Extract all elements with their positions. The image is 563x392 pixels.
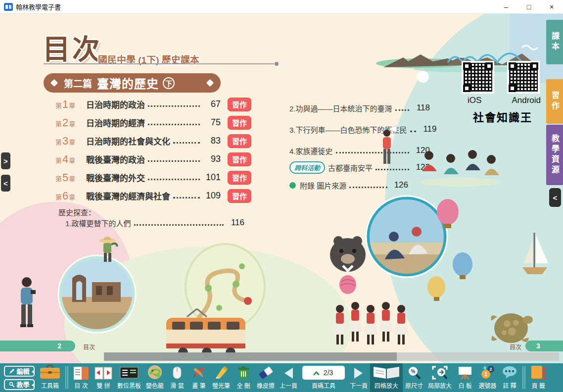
quad-zoom-button[interactable]: 四格放大 bbox=[370, 363, 403, 392]
book-page: 目次 國民中學 (1下) 歷史課本 第二篇 臺灣的歷史 下 第1章 日治時期的政… bbox=[0, 14, 563, 363]
edge-prev-button[interactable]: < bbox=[1, 175, 10, 192]
eraser-button[interactable]: 橡皮擦 bbox=[254, 363, 277, 392]
toc-chapter-row[interactable]: 第1章 日治時期的政治 67 習作 bbox=[55, 95, 251, 113]
pencil-icon bbox=[9, 368, 15, 374]
workbook-badge[interactable]: 習作 bbox=[228, 189, 251, 202]
original-size-button[interactable]: % 原尺寸 bbox=[403, 363, 425, 392]
dotted-leader bbox=[173, 197, 200, 198]
chapter-page-number: 109 bbox=[203, 191, 221, 201]
edge-next-button[interactable]: > bbox=[1, 152, 10, 169]
toc-item-row[interactable]: 2.功與過——日本統治下的臺灣 118 bbox=[289, 101, 430, 114]
chapter-page-number: 101 bbox=[203, 172, 221, 183]
scrollbar-thumb[interactable] bbox=[104, 352, 397, 361]
svg-text:3: 3 bbox=[484, 366, 486, 370]
numbered-balls-icon: 321 bbox=[479, 365, 495, 380]
explore-item-label: 1.政權更替下的人們 bbox=[65, 218, 131, 228]
page-number-pill-right: 3 bbox=[525, 341, 563, 351]
delete-all-button[interactable]: 全 刪 bbox=[233, 363, 254, 392]
maximize-button[interactable]: □ bbox=[517, 0, 540, 13]
chapter-number: 第1章 bbox=[55, 98, 83, 111]
tab-workbook[interactable]: 習作 bbox=[546, 79, 563, 124]
zoom-region-icon bbox=[432, 365, 448, 380]
percent-magnifier-icon: % bbox=[407, 365, 421, 380]
whiteboard-button[interactable]: 白 板 bbox=[454, 363, 476, 392]
bullet-icon bbox=[289, 182, 296, 189]
trash-icon bbox=[237, 365, 249, 380]
workbook-badge[interactable]: 習作 bbox=[228, 152, 251, 166]
toc-item-row[interactable]: 4.家族遷徙史 120 bbox=[289, 144, 430, 157]
toc-item-label: 3.下行列車——白色恐怖下的原住民 bbox=[289, 124, 407, 135]
edit-mode-button[interactable]: 編輯 bbox=[4, 366, 35, 377]
page-indicator-value: 2/3 bbox=[324, 369, 333, 377]
title-divider bbox=[44, 63, 274, 64]
page-footer-label-right: 目次 bbox=[510, 343, 521, 351]
highlighter-button[interactable]: 螢光筆 bbox=[210, 363, 233, 392]
toc-chapter-row[interactable]: 第5章 戰後臺灣的外交 101 習作 bbox=[55, 168, 251, 187]
partial-zoom-button[interactable]: 局部放大 bbox=[425, 363, 454, 392]
sailboat-illustration bbox=[519, 231, 550, 280]
close-button[interactable]: × bbox=[540, 0, 563, 13]
horizontal-scrollbar[interactable] bbox=[104, 352, 559, 361]
hot-air-balloons-illustration bbox=[425, 198, 480, 317]
toc-chapter-row[interactable]: 第2章 日治時期的經濟 75 習作 bbox=[55, 113, 251, 132]
farmer-illustration bbox=[95, 236, 120, 265]
window-controls: – □ × bbox=[495, 0, 563, 13]
folk-dancers-illustration bbox=[332, 301, 409, 358]
pen-button[interactable]: 畫 筆 bbox=[188, 363, 210, 392]
chapter-page-number: 93 bbox=[203, 154, 221, 164]
mouse-button[interactable]: 滑 鼠 bbox=[166, 363, 188, 392]
minimize-button[interactable]: – bbox=[495, 0, 517, 13]
qr-android-label: Android bbox=[512, 96, 541, 105]
section-part: 第二篇 bbox=[64, 76, 92, 90]
number-picker-button[interactable]: 321 選號器 bbox=[476, 363, 499, 392]
chapter-number: 第4章 bbox=[55, 153, 83, 166]
toc-item-page: 118 bbox=[412, 103, 430, 113]
toc-item-page: 119 bbox=[419, 124, 437, 134]
toc-button[interactable]: 目 次 bbox=[70, 363, 92, 392]
bookmark-button[interactable]: 頁 籤 bbox=[527, 363, 549, 392]
tab-textbook[interactable]: 課本 bbox=[546, 20, 563, 64]
toc-cross-activity-row[interactable]: 跨科活動 古都臺南安平 122 bbox=[289, 161, 430, 174]
dual-page-button[interactable]: 雙 拼 bbox=[92, 363, 115, 392]
next-page-button[interactable]: 下一頁 bbox=[347, 363, 370, 392]
toc-icon bbox=[73, 365, 90, 380]
dotted-leader bbox=[349, 187, 387, 188]
sitting-people-illustration bbox=[418, 142, 502, 191]
toc-appendix-row[interactable]: 附錄 圖片來源 126 bbox=[289, 179, 408, 192]
volume-badge: 下 bbox=[163, 77, 175, 89]
cross-activity-page: 122 bbox=[412, 162, 430, 172]
workbook-badge[interactable]: 習作 bbox=[228, 98, 251, 111]
chapter-title: 日治時期的政治 bbox=[86, 98, 145, 110]
page-number-tool[interactable]: 2/3 頁碼工具 bbox=[300, 363, 347, 392]
toc-explore-row[interactable]: 1.政權更替下的人們 116 bbox=[65, 217, 244, 229]
sidebar-collapse-button[interactable]: < bbox=[549, 188, 561, 207]
pen-icon bbox=[191, 365, 206, 380]
chapter-title: 戰後臺灣的經濟與社會 bbox=[86, 190, 170, 202]
teach-mode-button[interactable]: 教學 bbox=[4, 379, 35, 390]
diamond-icon bbox=[206, 79, 214, 87]
workbook-badge[interactable]: 習作 bbox=[228, 116, 251, 129]
mouse-icon bbox=[172, 365, 182, 380]
old-map-illustration bbox=[185, 243, 266, 331]
toc-chapter-row[interactable]: 第6章 戰後臺灣的經濟與社會 109 習作 bbox=[55, 187, 251, 205]
chameleon-button[interactable]: 變色龍 bbox=[143, 363, 166, 392]
toc-item-row[interactable]: 3.下行列車——白色恐怖下的原住民 119 bbox=[289, 123, 430, 136]
toolbox-button[interactable]: 工具箱 bbox=[37, 363, 63, 392]
dotted-leader bbox=[148, 160, 200, 162]
page-indicator-box[interactable]: 2/3 bbox=[302, 366, 345, 380]
workbook-badge[interactable]: 習作 bbox=[228, 171, 251, 184]
map-green-land-decoration bbox=[64, 246, 351, 363]
dotted-leader bbox=[336, 152, 409, 153]
annotation-button[interactable]: 註 釋 bbox=[499, 363, 520, 392]
qr-code-ios bbox=[462, 61, 494, 94]
digital-blackboard-button[interactable]: 數位黑板 bbox=[115, 363, 143, 392]
previous-page-button[interactable]: 上一頁 bbox=[277, 363, 300, 392]
toolbar-divider bbox=[65, 366, 68, 389]
chevron-up-icon bbox=[313, 371, 320, 377]
tab-teaching-resources[interactable]: 教學資源 bbox=[546, 125, 563, 185]
toc-chapter-row[interactable]: 第4章 戰後臺灣的政治 93 習作 bbox=[55, 150, 251, 168]
qr-code-android bbox=[507, 61, 540, 94]
workbook-badge[interactable]: 習作 bbox=[228, 134, 251, 147]
toc-chapter-row[interactable]: 第3章 日治時期的社會與文化 83 習作 bbox=[55, 132, 251, 150]
window-title: 翰林教學電子書 bbox=[16, 2, 61, 11]
